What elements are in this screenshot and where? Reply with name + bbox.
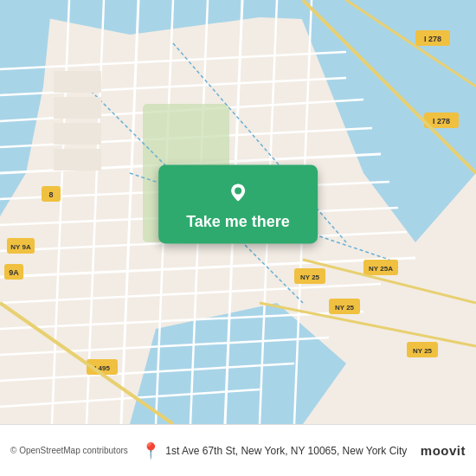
svg-text:I 278: I 278 bbox=[433, 117, 450, 125]
map-container: I 278 I 278 8 NY 9A 9A NY 25 NY 25 NY 25… bbox=[0, 0, 476, 424]
location-pin-red-icon: 📍 bbox=[141, 441, 160, 460]
attribution-text: © OpenStreetMap contributors bbox=[10, 446, 128, 455]
svg-point-57 bbox=[235, 187, 241, 194]
take-me-there-button[interactable]: Take me there bbox=[158, 164, 318, 243]
cta-label: Take me there bbox=[186, 213, 290, 231]
svg-text:NY 9A: NY 9A bbox=[10, 243, 31, 251]
svg-rect-54 bbox=[54, 123, 101, 145]
location-info: 📍 1st Ave 67th St, New York, NY 10065, N… bbox=[128, 441, 421, 460]
svg-text:NY 25A: NY 25A bbox=[369, 265, 393, 273]
svg-text:I 278: I 278 bbox=[424, 35, 441, 43]
svg-text:8: 8 bbox=[48, 190, 53, 199]
cta-button-container: Take me there bbox=[158, 164, 318, 243]
location-pin-icon bbox=[222, 177, 254, 208]
bottom-bar: © OpenStreetMap contributors 📍 1st Ave 6… bbox=[0, 424, 476, 476]
location-text: 1st Ave 67th St, New York, NY 10065, New… bbox=[165, 445, 407, 457]
moovit-brand-text: moovit bbox=[421, 443, 466, 458]
svg-rect-52 bbox=[54, 71, 101, 93]
svg-rect-55 bbox=[54, 149, 101, 170]
svg-text:NY 25: NY 25 bbox=[300, 273, 320, 281]
svg-text:NY 25: NY 25 bbox=[413, 347, 433, 355]
svg-text:NY 25: NY 25 bbox=[335, 304, 355, 312]
svg-rect-53 bbox=[54, 97, 101, 119]
svg-text:9A: 9A bbox=[9, 268, 19, 277]
moovit-logo: moovit bbox=[421, 443, 466, 458]
